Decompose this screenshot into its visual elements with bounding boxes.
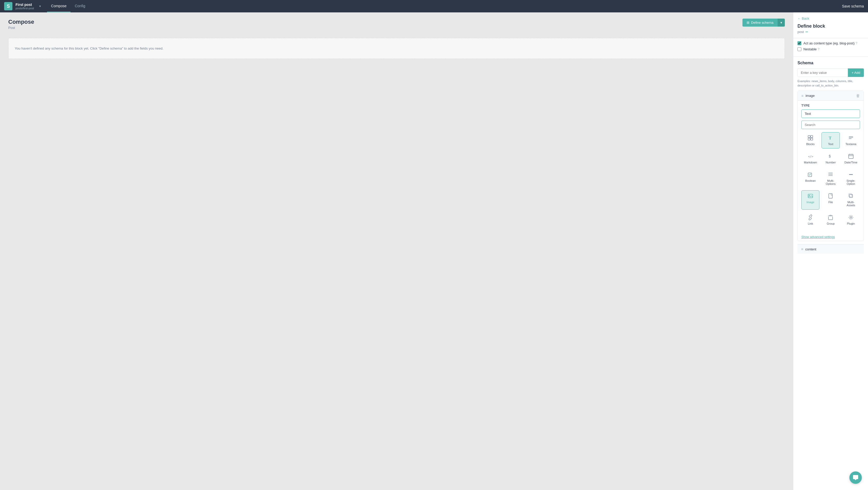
boolean-icon <box>808 172 813 178</box>
plugin-icon <box>848 215 854 221</box>
delete-field-icon[interactable]: 🗑 <box>856 94 860 98</box>
define-schema-arrow-button[interactable]: ▾ <box>778 19 785 27</box>
tab-compose[interactable]: Compose <box>47 0 71 12</box>
single-option-icon <box>848 172 854 178</box>
type-item-image[interactable]: Image <box>801 190 819 209</box>
svg-rect-21 <box>829 194 832 198</box>
type-item-markdown[interactable]: </> Markdown <box>801 151 819 167</box>
type-label-file: File <box>829 201 833 204</box>
nav-dropdown-button[interactable]: ▾ <box>38 4 42 8</box>
number-icon: $ <box>828 153 833 160</box>
datetime-icon <box>848 153 854 160</box>
svg-text:$: $ <box>829 154 831 158</box>
field-card-name-row: ≡ image <box>801 94 815 98</box>
type-label-single-option: Single-Option <box>844 179 858 185</box>
type-item-blocks[interactable]: Blocks <box>801 132 819 149</box>
type-label-plugin: Plugin <box>847 222 855 225</box>
svg-text:T: T <box>829 136 832 140</box>
tab-config[interactable]: Config <box>70 0 89 12</box>
type-item-group[interactable]: Group <box>822 212 840 228</box>
blocks-icon <box>808 135 813 141</box>
act-as-content-label: Act as content type (eg. blog-post) ? <box>803 41 858 45</box>
type-item-multi-options[interactable]: Multi-Options <box>822 169 840 188</box>
type-item-multi-assets[interactable]: Multi-Assets <box>842 190 860 209</box>
nestable-help-icon[interactable]: ? <box>817 47 819 51</box>
field-card-image: ≡ image 🗑 Type Text <box>798 91 864 241</box>
edit-block-name-icon[interactable]: ✏ <box>805 30 808 34</box>
sidebar-block-name: post ✏ <box>798 30 864 34</box>
schema-input-row: + Add <box>798 68 864 77</box>
nestable-row: Nestable ? <box>798 47 864 51</box>
back-link[interactable]: ← Back <box>798 17 864 21</box>
content-drag-handle[interactable]: ≡ <box>801 247 803 251</box>
type-label-multi-assets: Multi-Assets <box>844 201 858 207</box>
type-item-datetime[interactable]: Date/Time <box>842 151 860 167</box>
type-label-textarea: Textarea <box>845 142 857 145</box>
type-item-textarea[interactable]: Textarea <box>842 132 860 149</box>
schema-add-button[interactable]: + Add <box>848 68 864 77</box>
field-card-body: Type Text Blocks <box>798 101 864 233</box>
svg-rect-2 <box>808 138 810 140</box>
type-label-number: Number <box>826 161 836 164</box>
save-schema-button[interactable]: Save schema <box>842 4 864 8</box>
markdown-icon: </> <box>808 153 813 160</box>
field-card-header: ≡ image 🗑 <box>798 91 864 101</box>
page-subtitle: Post <box>8 26 34 30</box>
app-logo: S <box>4 2 12 10</box>
type-selector-button[interactable]: Text <box>801 109 860 118</box>
schema-section-title: Schema <box>798 61 864 65</box>
act-as-content-row: Act as content type (eg. blog-post) ? <box>798 41 864 45</box>
svg-text:</>: </> <box>808 155 813 158</box>
field-name-label: image <box>805 94 814 98</box>
act-as-content-checkbox[interactable] <box>798 41 801 45</box>
drag-handle-icon[interactable]: ≡ <box>801 94 803 98</box>
top-nav: S First post posts/first-post ▾ Compose … <box>0 0 868 12</box>
type-item-link[interactable]: Link <box>801 212 819 228</box>
group-icon <box>828 215 833 221</box>
svg-rect-3 <box>811 138 813 140</box>
nestable-checkbox[interactable] <box>798 47 801 51</box>
nav-tabs: Compose Config <box>47 0 89 12</box>
svg-rect-1 <box>811 135 813 138</box>
svg-rect-22 <box>849 194 852 197</box>
nav-post-title: First post <box>16 3 34 7</box>
type-item-number[interactable]: $ Number <box>822 151 840 167</box>
main-layout: Compose Post ⊞ Define schema ▾ You haven… <box>0 12 868 490</box>
type-item-plugin[interactable]: Plugin <box>842 212 860 228</box>
type-label-link: Link <box>808 222 813 225</box>
content-field-name: content <box>805 247 816 251</box>
sidebar: ← Back Define block post ✏ Act as conten… <box>793 12 868 490</box>
svg-rect-23 <box>848 194 852 197</box>
svg-point-25 <box>850 217 852 218</box>
type-search-input[interactable] <box>801 121 860 129</box>
text-icon: T <box>828 135 833 141</box>
chat-button[interactable] <box>849 471 862 484</box>
act-as-content-help-icon[interactable]: ? <box>856 41 858 45</box>
define-schema-group: ⊞ Define schema ▾ <box>742 19 785 27</box>
type-label-boolean: Boolean <box>805 179 815 182</box>
sidebar-header: ← Back Define block post ✏ <box>793 12 868 38</box>
type-item-text[interactable]: T Text <box>822 132 840 149</box>
type-label-multi-options: Multi-Options <box>823 179 838 185</box>
svg-line-24 <box>810 217 811 218</box>
multi-options-icon <box>828 172 833 178</box>
schema-key-input[interactable] <box>798 68 848 77</box>
textarea-icon <box>848 135 854 141</box>
type-label-text: Text <box>828 142 833 145</box>
type-label-blocks: Blocks <box>806 142 814 145</box>
schema-examples: Examples: news_items, body, columns, tit… <box>798 79 864 88</box>
type-item-file[interactable]: File <box>822 190 840 209</box>
svg-rect-19 <box>808 194 813 198</box>
nav-title-block: First post posts/first-post <box>16 3 34 10</box>
define-schema-button[interactable]: ⊞ Define schema <box>742 19 778 27</box>
show-advanced-link[interactable]: Show advanced settings <box>798 233 864 241</box>
empty-message: You haven't defined any schema for this … <box>15 46 163 50</box>
type-item-single-option[interactable]: Single-Option <box>842 169 860 188</box>
schema-icon: ⊞ <box>747 21 749 25</box>
type-item-boolean[interactable]: Boolean <box>801 169 819 188</box>
type-label: Type <box>801 104 860 107</box>
type-label-markdown: Markdown <box>804 161 817 164</box>
multi-assets-icon <box>848 193 854 200</box>
schema-section: Schema + Add Examples: news_items, body,… <box>793 57 868 258</box>
sidebar-block-title: Define block <box>798 24 864 29</box>
